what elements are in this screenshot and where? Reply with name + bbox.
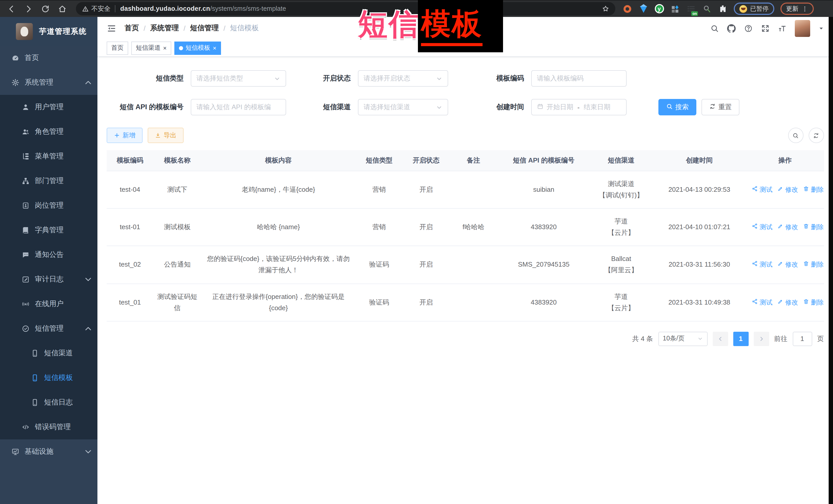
avatar-caret-down-icon[interactable]: [818, 25, 824, 31]
test-link[interactable]: 测试: [752, 260, 772, 271]
page-size-select[interactable]: 10条/页: [658, 332, 707, 346]
cell-content: 老鸡{name}，牛逼{code}: [201, 171, 355, 209]
user-avatar[interactable]: [794, 20, 810, 37]
browser-reload-button[interactable]: [39, 3, 51, 15]
cell-channel: Ballcat【阿里云】: [590, 246, 652, 284]
browser-home-button[interactable]: [56, 3, 68, 15]
sidebar-item-system[interactable]: 系统管理: [0, 70, 97, 95]
cell-status: 开启: [403, 246, 449, 284]
close-icon[interactable]: ×: [213, 45, 216, 51]
extension-grid-icon[interactable]: [670, 4, 680, 14]
sidebar-item-label: 通知公告: [35, 250, 64, 259]
delete-link[interactable]: 删除: [803, 260, 824, 271]
monitor-icon: [11, 448, 20, 456]
sidebar-item-notice[interactable]: 通知公告: [0, 242, 97, 267]
delete-link[interactable]: 删除: [803, 185, 824, 196]
chevron-down-icon: [84, 275, 92, 284]
cell-channel: 芋道【云片】: [590, 209, 652, 246]
sidebar-item-user[interactable]: 用户管理: [0, 95, 97, 119]
sms-channel-select[interactable]: 请选择短信渠道: [358, 99, 448, 115]
delete-link-label: 删除: [811, 297, 824, 308]
edit-link[interactable]: 修改: [778, 260, 798, 271]
search-icon[interactable]: [710, 24, 719, 32]
test-link[interactable]: 测试: [752, 297, 772, 308]
extension-list-icon[interactable]: on: [686, 4, 696, 14]
sidebar-item-post[interactable]: 岗位管理: [0, 193, 97, 218]
app-logo[interactable]: 芋道管理系统: [0, 17, 97, 46]
refresh-icon[interactable]: [808, 128, 824, 143]
browser-menu-dots-icon[interactable]: [802, 5, 808, 12]
browser-update-button[interactable]: 更新: [781, 3, 814, 15]
page-unit-label: 页: [817, 334, 824, 343]
delete-link[interactable]: 删除: [803, 297, 824, 308]
range-separator: -: [577, 103, 580, 111]
extension-ring-icon[interactable]: [622, 4, 632, 14]
extension-y-icon[interactable]: y: [654, 4, 664, 14]
fullscreen-icon[interactable]: [761, 24, 769, 32]
table-row: test-01测试模板哈哈哈 {name}营销开启f哈哈哈4383920芋道【云…: [106, 209, 824, 246]
cell-status: 开启: [403, 284, 449, 321]
sidebar-item-menu[interactable]: 菜单管理: [0, 144, 97, 169]
sidebar-item-sms-channel[interactable]: 短信渠道: [0, 341, 97, 365]
page-number-button[interactable]: 1: [733, 332, 748, 346]
add-button[interactable]: 新增: [106, 128, 143, 143]
api-template-id-input[interactable]: 请输入短信 API 的模板编: [191, 99, 286, 115]
channel-line: 【阿里云】: [593, 265, 649, 276]
prev-page-button[interactable]: [713, 332, 728, 346]
cell-content: 正在进行登录操作{operation}，您的验证码是{code}: [201, 284, 355, 321]
breadcrumb-item[interactable]: 首页: [125, 24, 139, 33]
sms-type-select[interactable]: 请选择短信类型: [191, 70, 286, 87]
create-time-range-picker[interactable]: 开始日期-结束日期: [531, 99, 626, 115]
close-icon[interactable]: ×: [163, 45, 167, 51]
sidebar-item-sms-template[interactable]: 短信模板: [0, 365, 97, 390]
caret-down-icon: [436, 75, 443, 82]
edit-link[interactable]: 修改: [778, 297, 798, 308]
sidebar-item-sms[interactable]: 短信管理: [0, 316, 97, 341]
test-link[interactable]: 测试: [752, 185, 772, 196]
sidebar-item-audit-log[interactable]: 审计日志: [0, 267, 97, 292]
reset-button[interactable]: 重置: [701, 99, 739, 115]
extension-puzzle-icon[interactable]: [718, 4, 728, 14]
sms-template-table: 模板编码模板名称模板内容短信类型开启状态备注短信 API 的模板编号短信渠道创建…: [106, 150, 824, 321]
bookmark-star-icon[interactable]: [602, 5, 609, 12]
edit-link[interactable]: 修改: [778, 222, 798, 233]
browser-back-button[interactable]: [5, 3, 18, 15]
goto-page-input[interactable]: 1: [792, 332, 812, 346]
test-link[interactable]: 测试: [752, 222, 772, 233]
tab-sms-channel[interactable]: 短信渠道×: [131, 41, 171, 55]
sidebar-item-error-code[interactable]: 错误码管理: [0, 415, 97, 439]
status-select[interactable]: 请选择开启状态: [358, 70, 448, 87]
tab-sms-template[interactable]: 短信模板×: [174, 41, 221, 55]
sidebar-item-role[interactable]: 角色管理: [0, 119, 97, 144]
extension-gem-icon[interactable]: [638, 4, 648, 14]
sidebar-item-sms-log[interactable]: 短信日志: [0, 390, 97, 415]
sidebar-item-infra[interactable]: 基础设施: [0, 439, 97, 464]
sidebar-item-home[interactable]: 首页: [0, 46, 97, 70]
tab-home[interactable]: 首页: [106, 41, 128, 55]
sidebar-collapse-icon[interactable]: [106, 23, 116, 33]
cell-status: 开启: [403, 209, 449, 246]
help-icon[interactable]: [744, 24, 753, 32]
profile-paused-badge[interactable]: 已暂停: [734, 3, 774, 15]
delete-link[interactable]: 删除: [803, 222, 824, 233]
sidebar-item-dict[interactable]: 字典管理: [0, 218, 97, 242]
breadcrumb-item[interactable]: 短信管理: [190, 24, 219, 33]
sidebar-item-online-user[interactable]: 在线用户: [0, 292, 97, 316]
sidebar-item-label: 在线用户: [35, 299, 64, 309]
sidebar-item-dept[interactable]: 部门管理: [0, 169, 97, 193]
next-page-button[interactable]: [754, 332, 769, 346]
browser-forward-button[interactable]: [22, 3, 34, 15]
font-size-icon[interactable]: [778, 24, 786, 32]
edit-link[interactable]: 修改: [778, 185, 798, 196]
channel-line: 【云片】: [593, 302, 649, 314]
breadcrumb-item[interactable]: 系统管理: [150, 24, 179, 33]
toggle-search-icon[interactable]: [788, 128, 803, 143]
search-button[interactable]: 搜索: [659, 99, 696, 115]
filter-row: 短信 API 的模板编号请输入短信 API 的模板编短信渠道请选择短信渠道创建时…: [106, 99, 824, 115]
extension-magnifier-icon[interactable]: [702, 4, 712, 14]
address-bar[interactable]: 不安全 dashboard.yudao.iocoder.cn/system/sm…: [76, 2, 615, 16]
export-button[interactable]: 导出: [148, 128, 184, 143]
github-icon[interactable]: [727, 24, 736, 32]
template-code-input[interactable]: 请输入模板编码: [531, 70, 626, 87]
start-date-placeholder: 开始日期: [547, 102, 573, 112]
